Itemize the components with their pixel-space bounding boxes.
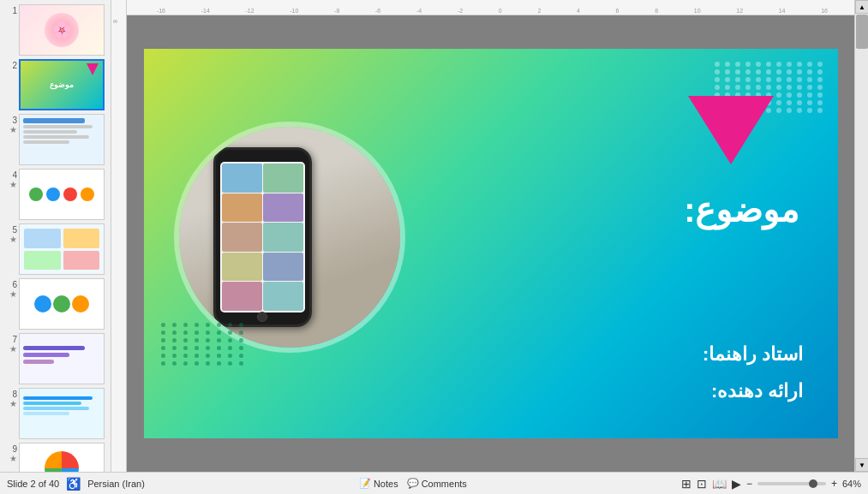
slide-thumbnail-9[interactable] [19,443,105,472]
ruler-mark: -4 [416,8,422,14]
slide-number-7: 7 [12,335,17,344]
vertical-scrollbar[interactable]: ▲ ▼ [854,0,868,472]
slide-item-4: 4 ★ [3,169,107,220]
main-area: 1 🌸 2 موضوع 3 ★ [0,0,868,472]
status-center: 📝 Notes 💬 Comments [359,478,467,489]
ruler-mark: -2 [458,8,463,14]
horizontal-ruler: -16 -14 -12 -10 -8 -6 -4 -2 0 2 4 6 8 10 [127,0,854,15]
ruler-mark: 0 [499,8,502,14]
slide-number-9: 9 [12,444,17,454]
slide-sorter-button[interactable]: ⊡ [697,477,707,491]
slide-number-2: 2 [12,61,17,70]
zoom-level: 64% [842,479,861,489]
ruler-mark: -8 [334,8,339,14]
phone-circle [174,122,405,353]
slide-thumbnail-7[interactable] [19,333,105,384]
slide-item-6: 6 ★ [3,278,107,330]
slide-star-3: ★ [9,125,17,134]
slide-thumbnail-2[interactable]: موضوع [19,59,105,110]
slide-number-1: 1 [12,6,17,15]
slide-thumbnail-4[interactable] [19,169,105,220]
ruler-mark: -14 [201,8,210,14]
slide-item-8: 8 ★ [3,388,107,439]
slide-thumbnail-5[interactable] [19,223,105,275]
slide-thumbnail-1[interactable]: 🌸 [19,4,105,56]
status-left: Slide 2 of 40 ♿ Persian (Iran) [7,477,145,491]
comments-label: Comments [422,479,467,489]
scroll-track-vertical[interactable] [855,14,868,458]
ruler-mark: 2 [537,8,541,14]
slide-number-5: 5 [12,225,17,235]
language-indicator: Persian (Iran) [87,479,145,489]
scroll-down-button[interactable]: ▼ [855,458,868,472]
slide-number-8: 8 [12,390,17,399]
slide-star-7: ★ [9,344,17,354]
notes-label: Notes [374,479,398,489]
instructor-label: استاد راهنما: [703,343,803,366]
normal-view-button[interactable]: ⊞ [681,477,691,491]
status-right: ⊞ ⊡ 📖 ▶ − + 64% [681,477,861,491]
slide-item-9: 9 ★ [3,443,107,472]
status-bar: Slide 2 of 40 ♿ Persian (Iran) 📝 Notes 💬… [0,472,868,494]
slide-item-1: 1 🌸 [3,4,107,56]
slide-item-7: 7 ★ [3,333,107,384]
main-slide: موضوع: [144,49,838,438]
zoom-in-button[interactable]: + [831,478,837,490]
scroll-up-button[interactable]: ▲ [855,0,868,14]
accessibility-button[interactable]: ♿ [66,477,81,491]
reading-view-button[interactable]: 📖 [712,477,727,491]
slide-item-5: 5 ★ [3,223,107,275]
dots-decoration-bottom-left [161,323,247,366]
ruler-mark: 16 [821,8,828,14]
ruler-mark: -6 [375,8,380,14]
app-container: 1 🌸 2 موضوع 3 ★ [0,0,868,494]
triangle-decoration [688,96,774,164]
slide-number-3: 3 [12,116,17,125]
slide-number-4: 4 [12,170,17,180]
slide-info: Slide 2 of 40 [7,479,59,489]
slide-content-area: -16 -14 -12 -10 -8 -6 -4 -2 0 2 4 6 8 10 [127,0,854,472]
presenter-label: ارائه دهنده: [711,380,803,402]
ruler-mark: 14 [779,8,786,14]
slide-thumbnail-3[interactable] [19,114,105,165]
scroll-thumb-vertical[interactable] [856,15,868,49]
slide-item-3: 3 ★ [3,114,107,165]
slide-thumbnail-6[interactable] [19,278,105,330]
ruler-mark: -16 [157,8,165,14]
slide-star-8: ★ [9,399,17,408]
ruler-mark: -12 [245,8,254,14]
notes-button[interactable]: 📝 Notes [359,478,398,489]
slide-and-ruler: 864202468 -16 -14 -12 -10 -8 -6 -4 -2 [111,0,868,472]
slide-star-4: ★ [9,180,17,189]
comments-button[interactable]: 💬 Comments [407,478,467,489]
slide-number-6: 6 [12,280,17,289]
slide-title: موضوع: [684,190,799,229]
ruler-mark: 10 [694,8,701,14]
slide-item-2: 2 موضوع [3,59,107,110]
zoom-slider-thumb [809,479,817,488]
ruler-mark: 4 [577,8,580,14]
notes-icon: 📝 [359,478,371,489]
slide-star-6: ★ [9,289,17,299]
zoom-slider[interactable] [757,482,826,485]
slideshow-button[interactable]: ▶ [732,477,741,491]
zoom-out-button[interactable]: − [746,478,752,490]
ruler-mark: 8 [655,8,658,14]
slide-canvas-area[interactable]: موضوع: [127,15,854,472]
ruler-mark: -10 [290,8,298,14]
slide-panel: 1 🌸 2 موضوع 3 ★ [0,0,111,472]
vertical-ruler: 864202468 [111,0,127,472]
comments-icon: 💬 [407,478,419,489]
ruler-mark: 6 [616,8,620,14]
slide-star-5: ★ [9,235,17,244]
slide-thumbnail-8[interactable] [19,388,105,439]
slide-star-9: ★ [9,454,17,463]
ruler-mark: 12 [736,8,743,14]
